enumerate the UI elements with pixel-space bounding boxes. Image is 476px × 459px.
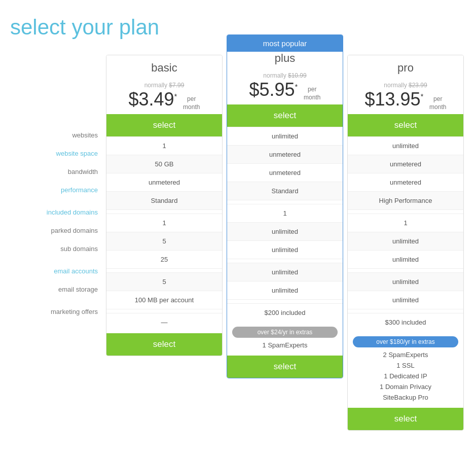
plus-included-domains: 1 — [227, 204, 343, 222]
plus-marketing: $200 included — [227, 303, 343, 322]
row-labels: websites website space bandwidth perform… — [10, 55, 104, 321]
label-email-accounts: email accounts — [10, 262, 104, 280]
pro-bandwidth: unmetered — [348, 173, 463, 191]
plus-select-top[interactable]: select — [227, 104, 343, 127]
plus-sub-domains: unlimited — [227, 240, 343, 259]
plan-basic: basic normally $7.99 $3.49* permonth sel… — [106, 55, 223, 356]
pro-extras-item-2: 1 Dedicated IP — [353, 371, 458, 381]
pro-extras-badge: over $180/yr in extras — [353, 336, 458, 347]
plus-email-accounts: unlimited — [227, 263, 343, 281]
pro-price: $13.95* permonth — [353, 89, 458, 111]
plus-extras: over $24/yr in extras 1 SpamExperts — [227, 322, 343, 354]
plus-name: plus — [232, 52, 338, 65]
basic-marketing: — — [106, 313, 222, 331]
plus-website-space: unmetered — [227, 145, 343, 163]
pro-select-top[interactable]: select — [348, 114, 463, 136]
pro-email-storage: unlimited — [348, 291, 463, 309]
pro-extras-item-4: SiteBackup Pro — [353, 392, 458, 403]
basic-name: basic — [112, 61, 217, 75]
basic-price-box: normally $7.99 $3.49* permonth — [106, 77, 222, 114]
plus-features: unlimited unmetered unmetered Standard 1… — [227, 127, 343, 322]
plus-header: plus — [227, 52, 343, 65]
pro-features: unlimited unmetered unmetered High Perfo… — [348, 136, 463, 331]
plus-price-box: normally $10.99 $5.95* permonth — [227, 67, 343, 104]
pro-included-domains: 1 — [348, 214, 463, 232]
pro-select-bottom[interactable]: select — [348, 408, 463, 430]
pro-header: pro — [348, 55, 463, 75]
pro-name: pro — [353, 61, 458, 75]
label-website-space: website space — [10, 144, 104, 162]
label-websites: websites — [10, 126, 104, 144]
pro-email-accounts: unlimited — [348, 272, 463, 291]
plan-pro: pro normally $23.99 $13.95* permonth sel… — [347, 55, 464, 431]
pro-extras-item-3: 1 Domain Privacy — [353, 381, 458, 392]
plus-performance: Standard — [227, 182, 343, 200]
plus-bandwidth: unmetered — [227, 163, 343, 182]
pro-marketing: $300 included — [348, 313, 463, 331]
pro-normally: normally $23.99 — [353, 82, 458, 89]
plus-email-storage: unlimited — [227, 281, 343, 299]
plus-select-bottom[interactable]: select — [227, 356, 343, 378]
basic-normally: normally $7.99 — [112, 82, 217, 89]
pro-extras: over $180/yr in extras 2 SpamExperts 1 S… — [348, 331, 463, 406]
label-bandwidth: bandwidth — [10, 162, 104, 181]
label-email-storage: email storage — [10, 280, 104, 298]
plus-extras-item-0: 1 SpamExperts — [232, 340, 338, 350]
basic-parked-domains: 5 — [106, 232, 222, 250]
plus-websites: unlimited — [227, 127, 343, 145]
pro-extras-item-0: 2 SpamExperts — [353, 349, 458, 360]
basic-features: 1 50 GB unmetered Standard 1 5 25 5 100 … — [106, 136, 222, 331]
label-performance: performance — [10, 181, 104, 199]
basic-email-accounts: 5 — [106, 272, 222, 291]
plus-parked-domains: unlimited — [227, 222, 343, 240]
basic-email-storage: 100 MB per account — [106, 291, 222, 309]
basic-bandwidth: unmetered — [106, 173, 222, 191]
basic-select-top[interactable]: select — [106, 114, 222, 136]
label-marketing-offers: marketing offers — [10, 302, 104, 321]
plans-container: websites website space bandwidth perform… — [10, 55, 466, 431]
pro-parked-domains: unlimited — [348, 232, 463, 250]
pro-price-box: normally $23.99 $13.95* permonth — [348, 77, 463, 114]
pro-sub-domains: unlimited — [348, 250, 463, 268]
basic-header: basic — [106, 55, 222, 75]
pro-performance: High Performance — [348, 191, 463, 209]
basic-select-bottom[interactable]: select — [106, 333, 222, 356]
pro-website-space: unmetered — [348, 155, 463, 173]
plus-extras-badge: over $24/yr in extras — [232, 327, 338, 338]
plan-plus: most popular plus normally $10.99 $5.95*… — [227, 34, 343, 378]
plus-price: $5.95* permonth — [232, 79, 338, 101]
basic-included-domains: 1 — [106, 214, 222, 232]
label-included-domains: included domains — [10, 203, 104, 221]
label-parked-domains: parked domains — [10, 221, 104, 239]
basic-website-space: 50 GB — [106, 155, 222, 173]
basic-price: $3.49* permonth — [112, 89, 217, 111]
basic-websites: 1 — [106, 136, 222, 155]
plus-badge: most popular — [227, 35, 343, 52]
pro-extras-item-1: 1 SSL — [353, 360, 458, 371]
basic-performance: Standard — [106, 191, 222, 209]
plus-normally: normally $10.99 — [232, 72, 338, 79]
pro-websites: unlimited — [348, 136, 463, 155]
label-sub-domains: sub domains — [10, 239, 104, 258]
basic-sub-domains: 25 — [106, 250, 222, 268]
